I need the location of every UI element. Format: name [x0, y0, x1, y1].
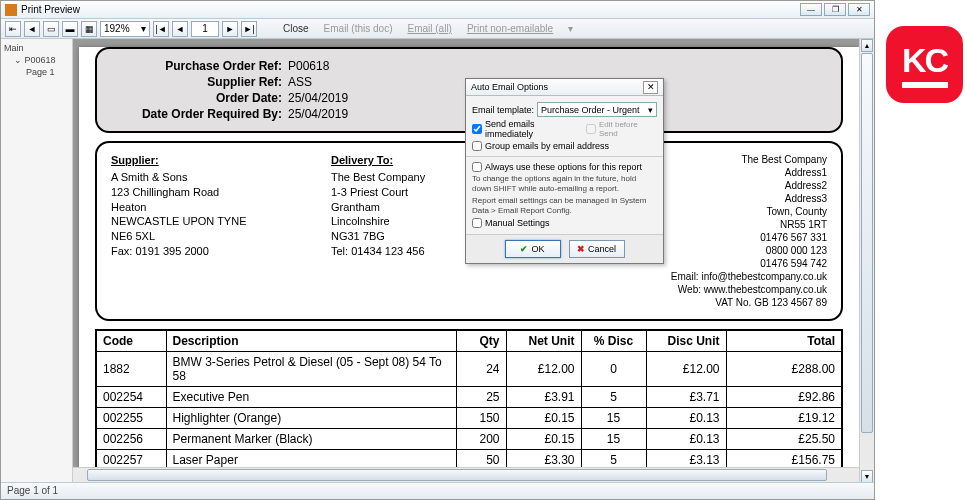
page-number-input[interactable]: 1 — [191, 21, 219, 37]
table-header-row: Code Description Qty Net Unit % Disc Dis… — [96, 330, 842, 352]
col-net: Net Unit — [506, 330, 581, 352]
always-use-label: Always use these options for this report — [485, 162, 642, 172]
nav-prev-icon[interactable]: ◄ — [172, 21, 188, 37]
toolbar-dropdown-icon[interactable]: ▾ — [562, 23, 579, 34]
maximize-button[interactable]: ❐ — [824, 3, 846, 16]
nav-first-icon[interactable]: |◄ — [153, 21, 169, 37]
kc-logo-underline — [902, 82, 948, 88]
first-page-icon[interactable]: ⇤ — [5, 21, 21, 37]
tree-root[interactable]: Main — [4, 42, 69, 54]
template-select[interactable]: Purchase Order - Urgent▾ — [537, 102, 657, 117]
manual-settings-checkbox[interactable] — [472, 218, 482, 228]
send-immediately-checkbox[interactable] — [472, 124, 482, 134]
vertical-scrollbar[interactable]: ▲ ▼ — [859, 39, 874, 483]
dialog-title: Auto Email Options — [471, 82, 548, 92]
supplier-address: Supplier: A Smith & Sons 123 Chillingham… — [111, 153, 331, 309]
dialog-titlebar: Auto Email Options ✕ — [466, 79, 663, 96]
document-tree[interactable]: Main ⌄ P00618 Page 1 — [1, 39, 73, 483]
auto-email-options-dialog: Auto Email Options ✕ Email template: Pur… — [465, 78, 664, 264]
required-date-label: Date Order Required By: — [113, 107, 288, 121]
manual-settings-label: Manual Settings — [485, 218, 550, 228]
template-label: Email template: — [472, 105, 534, 115]
tree-page[interactable]: Page 1 — [4, 66, 69, 78]
line-items-table: Code Description Qty Net Unit % Disc Dis… — [95, 329, 843, 483]
zoom-value: 192% — [104, 23, 130, 34]
edit-before-label: Edit before Send — [599, 120, 657, 138]
nav-next-icon[interactable]: ► — [222, 21, 238, 37]
toolbar: ⇤ ◄ ▭ ▬ ▦ 192%▾ |◄ ◄ 1 ► ►| Close Email … — [1, 19, 874, 39]
table-row: 002255Highlighter (Orange)150£0.1515£0.1… — [96, 408, 842, 429]
fit-width-icon[interactable]: ▬ — [62, 21, 78, 37]
email-doc-link[interactable]: Email (this doc) — [318, 23, 399, 34]
print-nonemail-link[interactable]: Print non-emailable — [461, 23, 559, 34]
group-by-address-label: Group emails by email address — [485, 141, 609, 151]
col-total: Total — [726, 330, 842, 352]
chevron-down-icon: ▾ — [648, 105, 653, 115]
always-use-checkbox[interactable] — [472, 162, 482, 172]
zoom-combo[interactable]: 192%▾ — [100, 21, 150, 37]
po-ref-value: P00618 — [288, 59, 329, 73]
order-date-value: 25/04/2019 — [288, 91, 348, 105]
nav-last-icon[interactable]: ►| — [241, 21, 257, 37]
supplier-ref-value: ASS — [288, 75, 312, 89]
fit-page-icon[interactable]: ▭ — [43, 21, 59, 37]
supplier-heading: Supplier: — [111, 153, 331, 168]
send-immediately-label: Send emails immediately — [485, 119, 583, 139]
dialog-close-button[interactable]: ✕ — [643, 81, 658, 94]
minimize-button[interactable]: — — [800, 3, 822, 16]
prev-page-icon[interactable]: ◄ — [24, 21, 40, 37]
kc-logo-text: KC — [902, 41, 947, 80]
close-window-button[interactable]: ✕ — [848, 3, 870, 16]
col-discunit: Disc Unit — [646, 330, 726, 352]
status-bar: Page 1 of 1 — [1, 482, 874, 499]
dialog-note-2: Report email settings can be managed in … — [472, 196, 657, 216]
scroll-thumb-h[interactable] — [87, 469, 827, 481]
group-by-address-checkbox[interactable] — [472, 141, 482, 151]
print-preview-window: Print Preview — ❐ ✕ ⇤ ◄ ▭ ▬ ▦ 192%▾ |◄ ◄… — [0, 0, 875, 500]
workspace: Main ⌄ P00618 Page 1 Purchase Order Ref:… — [1, 39, 874, 483]
titlebar: Print Preview — ❐ ✕ — [1, 1, 874, 19]
cancel-button[interactable]: ✖Cancel — [569, 240, 625, 258]
close-link[interactable]: Close — [277, 23, 315, 34]
edit-before-checkbox[interactable] — [586, 124, 596, 134]
page-status: Page 1 of 1 — [7, 485, 58, 496]
x-icon: ✖ — [577, 244, 585, 254]
company-details: The Best Company Address1 Address2 Addre… — [671, 153, 827, 309]
scroll-up-icon[interactable]: ▲ — [861, 39, 873, 52]
po-ref-label: Purchase Order Ref: — [113, 59, 288, 73]
table-row: 002256Permanent Marker (Black)200£0.1515… — [96, 429, 842, 450]
dialog-note-1: To change the options again in the futur… — [472, 174, 657, 194]
check-icon: ✔ — [520, 244, 528, 254]
order-date-label: Order Date: — [113, 91, 288, 105]
col-code: Code — [96, 330, 166, 352]
horizontal-scrollbar[interactable] — [73, 467, 859, 482]
table-row: 1882BMW 3-Series Petrol & Diesel (05 - S… — [96, 352, 842, 387]
window-title: Print Preview — [21, 4, 80, 15]
email-all-link[interactable]: Email (all) — [401, 23, 457, 34]
col-qty: Qty — [456, 330, 506, 352]
required-date-value: 25/04/2019 — [288, 107, 348, 121]
app-icon — [5, 4, 17, 16]
kc-logo: KC — [886, 26, 963, 103]
col-desc: Description — [166, 330, 456, 352]
ok-button[interactable]: ✔OK — [505, 240, 561, 258]
tree-doc[interactable]: ⌄ P00618 — [4, 54, 69, 66]
scroll-thumb-v[interactable] — [861, 53, 873, 433]
col-disc: % Disc — [581, 330, 646, 352]
multi-page-icon[interactable]: ▦ — [81, 21, 97, 37]
supplier-ref-label: Supplier Ref: — [113, 75, 288, 89]
table-row: 002254Executive Pen25£3.915£3.71£92.86 — [96, 387, 842, 408]
